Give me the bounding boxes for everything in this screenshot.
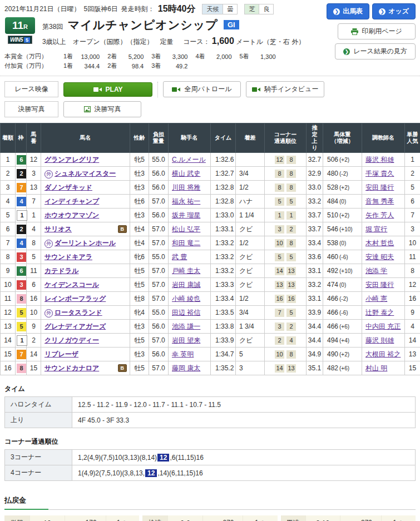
time-row-label: 上り xyxy=(5,413,72,428)
corner-position: 10 xyxy=(275,239,284,247)
corner-position: 8 xyxy=(286,183,296,192)
course-detail: メートル（芝・右 外） xyxy=(236,38,305,46)
jockey-name-link[interactable]: 藤岡 康太 xyxy=(172,364,200,372)
horse-name-link[interactable]: ケイデンスコール xyxy=(45,281,99,289)
payout-section: 単勝12170円1番人気複勝12110円1番人気3140円2番人気13300円6… xyxy=(4,515,416,521)
corner-positions: 1313 xyxy=(265,278,307,292)
jockey-name-link[interactable]: 川田 将雅 xyxy=(172,183,200,191)
trainer-name-link[interactable]: 手塚 貴久 xyxy=(365,170,394,177)
trainer-name-link[interactable]: 中内田 充正 xyxy=(365,322,401,330)
horse-name-link[interactable]: ダーリントンホール xyxy=(55,239,116,247)
column-header: 枠 xyxy=(16,123,27,153)
trainer-name-link[interactable]: 藤沢 則雄 xyxy=(365,336,394,344)
trainer-name-link[interactable]: 音無 秀孝 xyxy=(365,197,394,205)
prize-place: 1着 xyxy=(63,62,73,70)
finish-time: 1:33.2 xyxy=(211,236,236,250)
horse-name-link[interactable]: ホウオウアマゾン xyxy=(45,211,99,219)
horse-name-link[interactable]: グランアレグリア xyxy=(45,156,99,163)
horse-name-link[interactable]: グレナディアガーズ xyxy=(45,322,106,330)
jockey-name-link[interactable]: 小崎 綾也 xyxy=(172,295,200,302)
horse-name-link[interactable]: レインボーフラッグ xyxy=(45,295,106,302)
play-button[interactable]: PLAY xyxy=(63,82,152,97)
jockey-name-link[interactable]: 武 豊 xyxy=(172,253,187,261)
horse-name-link[interactable]: シュネルマイスター xyxy=(55,170,116,177)
margin: クビ xyxy=(236,222,265,236)
jockey-name-link[interactable]: 田辺 裕信 xyxy=(172,309,200,316)
payout-tbody-1: 単勝12170円1番人気複勝12110円1番人気3140円2番人気13300円6… xyxy=(4,515,139,521)
entries-button[interactable]: ❯ 出馬表 xyxy=(327,3,369,19)
result-row: 1036ケイデンスコール牡557.0岩田 康誠1:33.3クビ131333.24… xyxy=(1,278,420,292)
horse-name-link[interactable]: インディチャンプ xyxy=(45,197,99,205)
column-header: 騎手名 xyxy=(169,123,211,153)
corner-position: 5 xyxy=(286,197,296,206)
jockey-name-link[interactable]: 松山 弘平 xyxy=(172,225,200,233)
weather-badge: 天候 曇 xyxy=(202,4,238,14)
horse-name-link[interactable]: クリノガウディー xyxy=(45,336,99,344)
jockey-name-link[interactable]: 戸崎 圭太 xyxy=(172,267,200,275)
jockey-name-link[interactable]: 福永 祐一 xyxy=(172,197,200,205)
trainer-name-link[interactable]: 堀 宣行 xyxy=(365,225,387,233)
horse-cell: インディチャンプ xyxy=(41,195,130,209)
column-header: 推 定 上 り xyxy=(307,123,323,153)
corner-position: 14 xyxy=(275,267,284,275)
trainer-name-link[interactable]: 安田 隆行 xyxy=(365,183,394,191)
margin: 1/2 xyxy=(236,292,265,306)
trainer-name-link[interactable]: 安田 隆行 xyxy=(365,281,394,289)
horse-name-link[interactable]: カテドラル xyxy=(45,267,78,275)
horse-name-link[interactable]: リプレーザ xyxy=(45,350,78,358)
trainer-name-link[interactable]: 大根田 裕之 xyxy=(365,350,401,358)
sex-age: 牝4 xyxy=(130,306,149,320)
bet-type-label: 単勝 xyxy=(4,515,30,521)
jockey-name-link[interactable]: 幸 英明 xyxy=(172,350,194,358)
trainer-cell: 小崎 憲 xyxy=(362,292,405,306)
frame-badge: 2 xyxy=(17,169,26,178)
win-popularity: 13 xyxy=(405,348,420,361)
trainer-name-link[interactable]: 小崎 憲 xyxy=(365,295,387,302)
payout-tbody-3: 馬連3-12370円1番人気馬単12-3540円1番人気3連複3-12-131,… xyxy=(281,515,416,521)
prize-amount: 344.4 xyxy=(73,63,100,70)
estimated-last-3f: 33.0 xyxy=(307,181,323,195)
trainer-name-link[interactable]: 安達 昭夫 xyxy=(365,253,394,261)
trainer-name-link[interactable]: 木村 哲也 xyxy=(365,239,394,247)
patrol-video-button[interactable]: 全周パトロール xyxy=(163,81,241,97)
trainer-name-link[interactable]: 辻野 泰之 xyxy=(365,309,394,316)
corner-positions: 32 xyxy=(265,222,307,236)
odds-button[interactable]: ❯ オッズ xyxy=(372,3,416,19)
win-popularity: 1 xyxy=(405,153,420,167)
result-row: 1612グランアレグリア牝555.0C.ルメール1:32.612832.7506… xyxy=(1,153,420,167)
horse-name-link[interactable]: サリオス xyxy=(45,225,72,233)
jockey-name-link[interactable]: 横山 武史 xyxy=(172,170,200,177)
jockey-name-link[interactable]: 池添 謙一 xyxy=(172,322,200,330)
finish-photo-button[interactable]: 決勝写真 xyxy=(63,101,141,117)
start-time: 15時40分 xyxy=(158,3,196,15)
body-weight: 546(+10) xyxy=(323,222,362,236)
jockey-name-link[interactable]: 岩田 望来 xyxy=(172,336,200,344)
jockey-cell: 和田 竜二 xyxy=(169,236,211,250)
sex-age: 牡5 xyxy=(130,361,149,375)
column-header: 馬名 xyxy=(41,123,130,153)
jockey-name-link[interactable]: 和田 竜二 xyxy=(172,239,200,247)
horse-name-link[interactable]: ダノンザキッド xyxy=(45,183,92,191)
corner-positions: 108 xyxy=(265,236,307,250)
jockey-name-link[interactable]: 岩田 康誠 xyxy=(172,281,200,289)
trainer-name-link[interactable]: 藤沢 和雄 xyxy=(365,156,394,163)
print-button[interactable]: 印刷用ページ xyxy=(338,23,416,39)
trainer-name-link[interactable]: 村山 明 xyxy=(365,364,387,372)
body-weight-value: 528 xyxy=(327,183,338,191)
horse-name-link[interactable]: サウンドキアラ xyxy=(45,253,92,261)
jockey-name-link[interactable]: C.ルメール xyxy=(172,156,206,163)
body-weight-diff: (+4) xyxy=(339,338,349,344)
horse-name-link[interactable]: ロータスランド xyxy=(55,309,102,316)
trainer-name-link[interactable]: 矢作 芳人 xyxy=(365,211,394,219)
jockey-name-link[interactable]: 坂井 瑠星 xyxy=(172,211,200,219)
turf-condition-badge: 芝 良 xyxy=(244,4,274,14)
corner-position: 3 xyxy=(275,225,284,234)
horse-name-link[interactable]: サウンドカナロア xyxy=(45,364,99,372)
payout-table-bracket-wide: 枠連2-6270円1番人気ワイド3-12190円1番人気12-13630円6番人… xyxy=(142,515,277,521)
corner-row-label: 3コーナー xyxy=(5,450,72,465)
results-guide-button[interactable]: ❯ レース結果の見方 xyxy=(335,43,416,59)
frame-badge: 1 xyxy=(17,210,27,221)
highlighted-horse-number: 12 xyxy=(157,454,169,462)
jockey-interview-button[interactable]: 騎手インタビュー xyxy=(246,81,324,97)
trainer-name-link[interactable]: 池添 学 xyxy=(365,267,387,275)
